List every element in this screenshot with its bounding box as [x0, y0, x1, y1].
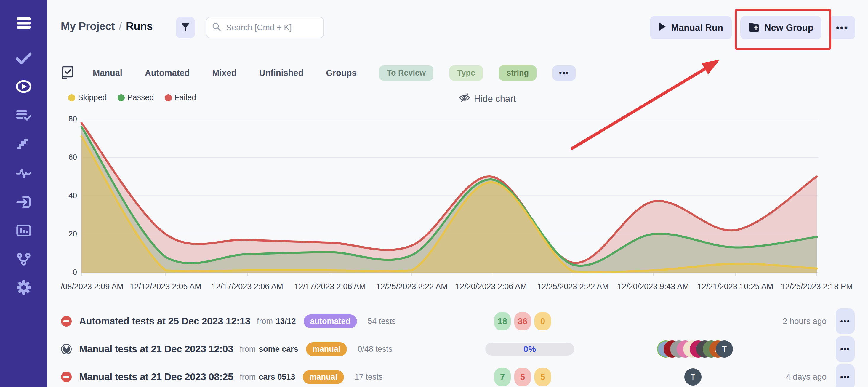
run-tests-count: 0/48 tests: [358, 345, 392, 354]
x-axis-label: 12/25/2023 2:22 AM: [376, 282, 447, 291]
ellipsis-icon: •••: [836, 22, 848, 33]
y-axis-label: 80: [50, 114, 77, 124]
run-type-badge: manual: [306, 342, 347, 356]
filter-row: ManualAutomatedMixedUnfinishedGroupsTo R…: [61, 64, 576, 82]
breadcrumb-separator: /: [119, 20, 122, 32]
header-more-button[interactable]: •••: [829, 16, 855, 39]
y-axis-label: 40: [50, 191, 77, 200]
tab-automated[interactable]: Automated: [145, 68, 190, 78]
skipped-count-badge: 0: [534, 312, 551, 330]
legend-dot: [165, 94, 172, 101]
legend-label: Passed: [127, 93, 154, 102]
run-row[interactable]: Manual tests at 21 Dec 2023 08:25fromcar…: [47, 364, 868, 387]
legend-label: Failed: [175, 93, 196, 102]
new-group-label: New Group: [764, 23, 813, 33]
run-title[interactable]: Manual tests at 21 Dec 2023 08:25: [79, 371, 233, 383]
x-axis-label: /08/2023 2:09 AM: [61, 282, 124, 291]
run-from-label: from: [257, 317, 273, 326]
run-from-label: from: [240, 345, 256, 354]
tab-unfinished[interactable]: Unfinished: [259, 68, 304, 78]
breadcrumb: My Project/Runs: [61, 20, 153, 33]
select-all-icon[interactable]: [61, 65, 74, 81]
hide-chart-label: Hide chart: [474, 94, 516, 104]
tab-groups[interactable]: Groups: [326, 68, 356, 78]
breadcrumb-project[interactable]: My Project: [61, 20, 115, 32]
breadcrumb-page[interactable]: Runs: [126, 20, 153, 32]
run-tests-count: 54 tests: [368, 317, 396, 326]
x-axis-label: 12/17/2023 2:06 AM: [212, 282, 283, 291]
run-progress-bar: 0%: [485, 343, 574, 356]
failed-count-badge: 5: [514, 368, 531, 386]
avatar: T: [684, 368, 702, 386]
filter-pill-to-review[interactable]: To Review: [379, 65, 434, 81]
run-source[interactable]: cars 0513: [259, 373, 295, 382]
run-result-badges: 755: [494, 368, 551, 386]
play-icon: [658, 22, 666, 33]
run-result-badges: 18360: [494, 312, 551, 330]
x-axis-label: 12/20/2023 2:06 AM: [455, 282, 527, 291]
failed-status-icon: [61, 316, 72, 327]
x-axis-label: 12/21/2023 10:25 AM: [698, 282, 774, 291]
menu-icon: [16, 15, 32, 31]
row-more-button[interactable]: •••: [836, 336, 855, 362]
filter-pill-type[interactable]: Type: [450, 65, 483, 81]
x-axis-label: 12/20/2023 9:43 AM: [617, 282, 689, 291]
x-axis-label: 12/17/2023 2:06 AM: [294, 282, 366, 291]
sidebar-item-menu[interactable]: [0, 9, 47, 37]
run-row[interactable]: Manual tests at 21 Dec 2023 12:03fromsom…: [47, 336, 868, 362]
passed-count-badge: 18: [494, 312, 511, 330]
passed-count-badge: 7: [494, 368, 511, 386]
run-source[interactable]: 13/12: [276, 317, 296, 326]
filter-pill-string[interactable]: string: [499, 65, 536, 81]
run-title[interactable]: Automated tests at 25 Dec 2023 12:13: [79, 316, 250, 327]
x-axis-label: 12/25/2023 2:18 PM: [781, 282, 852, 291]
folder-plus-icon: [748, 22, 760, 34]
legend-item-passed[interactable]: Passed: [118, 93, 154, 102]
failed-count-badge: 36: [514, 312, 531, 330]
search-icon: [212, 22, 221, 33]
runs-page: My Project/Runs Manual Run New Group •••…: [0, 0, 868, 387]
tab-mixed[interactable]: Mixed: [212, 68, 237, 78]
skipped-count-badge: 5: [534, 368, 551, 386]
new-group-button[interactable]: New Group: [740, 16, 822, 39]
run-type-badge: automated: [304, 315, 357, 328]
sidebar-item-tests[interactable]: [0, 44, 47, 72]
filter-more-button[interactable]: •••: [553, 65, 576, 81]
y-axis-label: 0: [50, 268, 77, 277]
y-axis-label: 60: [50, 153, 77, 162]
legend-dot: [118, 94, 125, 101]
manual-run-label: Manual Run: [671, 23, 723, 33]
run-from-label: from: [240, 373, 256, 382]
legend-item-skipped[interactable]: Skipped: [68, 93, 107, 102]
row-more-button[interactable]: •••: [836, 308, 855, 334]
x-axis-label: 12/12/2023 2:05 AM: [130, 282, 202, 291]
legend-item-failed[interactable]: Failed: [165, 93, 196, 102]
assignee-avatars: T: [684, 368, 702, 386]
assignee-avatars: VAT: [657, 340, 733, 358]
eye-off-icon: [459, 92, 470, 106]
manual-run-button[interactable]: Manual Run: [650, 16, 732, 39]
run-timestamp: 2 hours ago: [783, 317, 827, 326]
hide-chart-button[interactable]: Hide chart: [459, 92, 516, 106]
search-input[interactable]: [225, 23, 318, 33]
row-more-button[interactable]: •••: [836, 364, 855, 387]
chart-section: SkippedPassedFailed Hide chart 020406080…: [0, 89, 868, 302]
run-timestamp: 4 days ago: [786, 372, 827, 382]
legend-label: Skipped: [78, 93, 107, 102]
avatar: T: [716, 340, 733, 358]
chart-legend: SkippedPassedFailed: [68, 93, 196, 102]
run-title[interactable]: Manual tests at 21 Dec 2023 12:03: [79, 344, 233, 355]
run-tests-count: 17 tests: [354, 373, 383, 382]
run-row[interactable]: Automated tests at 25 Dec 2023 12:13from…: [47, 308, 868, 334]
y-axis-label: 20: [50, 229, 77, 239]
in-progress-status-icon: [61, 344, 72, 355]
failed-status-icon: [61, 371, 72, 383]
area-chart: [0, 117, 868, 280]
filter-button[interactable]: [176, 17, 195, 38]
funnel-icon: [180, 22, 191, 33]
x-axis-label: 12/25/2023 2:22 AM: [537, 282, 609, 291]
run-source[interactable]: some cars: [259, 345, 298, 354]
run-type-badge: manual: [303, 370, 344, 384]
search-box: [206, 17, 324, 38]
tab-manual[interactable]: Manual: [93, 68, 122, 78]
